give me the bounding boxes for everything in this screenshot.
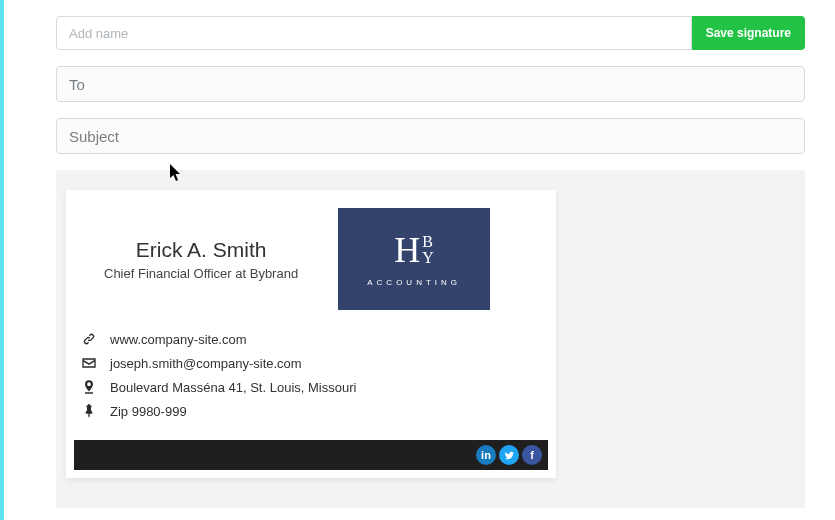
logo-text: ACCOUNTING bbox=[367, 278, 461, 287]
person-title: Chief Financial Officer at Bybrand bbox=[104, 266, 298, 281]
signature-info: www.company-site.com joseph.smith@compan… bbox=[74, 330, 548, 440]
linkedin-icon[interactable]: in bbox=[476, 445, 496, 465]
company-logo: H BY ACCOUNTING bbox=[338, 208, 490, 310]
save-signature-button[interactable]: Save signature bbox=[692, 16, 805, 50]
signature-card[interactable]: Erick A. Smith Chief Financial Officer a… bbox=[66, 190, 556, 478]
editor-container: Save signature Erick A. Smith Chief Fina… bbox=[16, 0, 835, 520]
link-icon bbox=[80, 330, 98, 348]
name-block: Erick A. Smith Chief Financial Officer a… bbox=[104, 238, 298, 281]
email-row: joseph.smith@company-site.com bbox=[80, 354, 542, 372]
accent-bar bbox=[0, 0, 4, 520]
zip-row: Zip 9980-999 bbox=[80, 402, 542, 420]
top-row: Save signature bbox=[56, 16, 805, 50]
website-row: www.company-site.com bbox=[80, 330, 542, 348]
signature-footer-bar: in f bbox=[74, 440, 548, 470]
subject-input[interactable] bbox=[56, 118, 805, 154]
website-text: www.company-site.com bbox=[110, 332, 247, 347]
envelope-icon bbox=[80, 354, 98, 372]
signature-header: Erick A. Smith Chief Financial Officer a… bbox=[74, 208, 548, 330]
address-row: Boulevard Masséna 41, St. Louis, Missour… bbox=[80, 378, 542, 396]
pin-icon bbox=[80, 402, 98, 420]
person-name: Erick A. Smith bbox=[104, 238, 298, 262]
signature-name-input[interactable] bbox=[56, 16, 692, 50]
facebook-icon[interactable]: f bbox=[522, 445, 542, 465]
logo-mark: H BY bbox=[394, 232, 434, 268]
twitter-icon[interactable] bbox=[499, 445, 519, 465]
to-input[interactable] bbox=[56, 66, 805, 102]
map-pin-icon bbox=[80, 378, 98, 396]
zip-text: Zip 9980-999 bbox=[110, 404, 187, 419]
logo-block: H BY ACCOUNTING bbox=[338, 208, 490, 310]
signature-preview-area: Erick A. Smith Chief Financial Officer a… bbox=[56, 170, 805, 508]
address-text: Boulevard Masséna 41, St. Louis, Missour… bbox=[110, 380, 356, 395]
email-text: joseph.smith@company-site.com bbox=[110, 356, 302, 371]
